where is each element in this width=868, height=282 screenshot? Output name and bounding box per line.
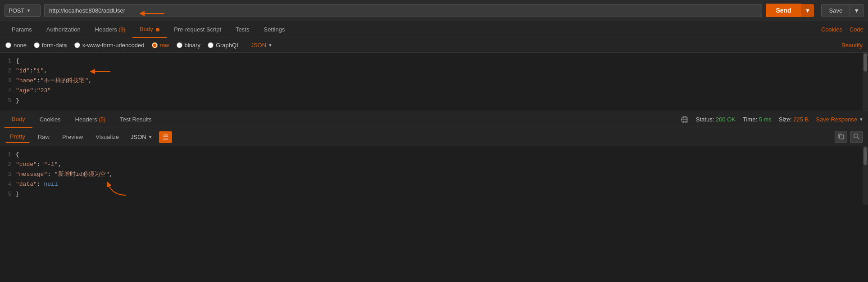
null-value: null	[44, 181, 58, 188]
response-format-select-group: JSON ▼	[131, 134, 153, 140]
radio-raw[interactable]: raw	[152, 42, 169, 49]
response-line-1: 1 {	[0, 150, 868, 160]
response-line-4: 4 "data": null	[0, 179, 868, 189]
time-value: 5 ms	[759, 116, 772, 123]
url-input[interactable]	[44, 4, 762, 17]
save-dropdown-button[interactable]: ▼	[850, 4, 863, 17]
status-label: Status: 200 OK	[696, 116, 736, 123]
save-response-button[interactable]: Save Response ▼	[816, 116, 863, 123]
format-tab-raw[interactable]: Raw	[33, 131, 54, 143]
request-tab-bar: Params Authorization Headers (9) Body Pr…	[0, 21, 868, 38]
format-tab-pretty[interactable]: Pretty	[5, 131, 30, 143]
request-scrollbar-thumb[interactable]	[863, 54, 867, 72]
request-line-2: 2 "id":"1",	[0, 66, 868, 76]
tab-authorization[interactable]: Authorization	[39, 22, 88, 37]
response-scrollbar-thumb[interactable]	[863, 147, 867, 165]
tab-tests[interactable]: Tests	[228, 22, 256, 37]
request-body-editor[interactable]: 1 { 2 "id":"1", 3 "name":"不一样的科技宅", 4 "a…	[0, 53, 868, 111]
tab-body[interactable]: Body	[132, 21, 167, 38]
svg-point-10	[854, 134, 858, 138]
svg-rect-9	[840, 135, 844, 139]
request-line-1: 1 {	[0, 56, 868, 66]
radio-urlencoded[interactable]: x-www-form-urlencoded	[74, 42, 145, 49]
response-status: Status: 200 OK Time: 5 ms Size: 225 B Sa…	[681, 116, 863, 124]
request-line-5: 5 }	[0, 96, 868, 106]
format-tab-visualize[interactable]: Visualize	[91, 131, 123, 143]
globe-icon	[681, 116, 689, 124]
json-format-group: JSON ▼	[250, 42, 273, 49]
url-bar: POST ▼ Send ▼ Save ▼	[0, 0, 868, 21]
response-tab-body[interactable]: Body	[5, 111, 32, 128]
response-body-editor: 1 { 2 "code": "-1", 3 "message": "新增时id必…	[0, 146, 868, 205]
request-line-3: 3 "name":"不一样的科技宅",	[0, 76, 868, 86]
radio-binary[interactable]: binary	[177, 42, 200, 49]
response-format-bar: Pretty Raw Preview Visualize JSON ▼ ☰	[0, 128, 868, 146]
radio-form-data[interactable]: form-data	[34, 42, 67, 49]
format-tab-preview[interactable]: Preview	[58, 131, 87, 143]
response-tab-headers[interactable]: Headers (5)	[68, 112, 113, 127]
send-dropdown-button[interactable]: ▼	[801, 4, 814, 17]
body-active-dot	[156, 28, 159, 31]
copy-icon	[838, 133, 844, 139]
size-label: Size: 225 B	[779, 116, 809, 123]
svg-line-11	[858, 138, 859, 139]
size-value: 225 B	[793, 116, 809, 123]
response-json-label: JSON	[131, 134, 146, 140]
response-tab-test-results[interactable]: Test Results	[113, 112, 159, 127]
tab-right-links: Cookies Code	[821, 26, 863, 33]
request-scrollbar[interactable]	[863, 53, 868, 111]
response-line4-arrow	[104, 182, 128, 197]
request-line-4: 4 "age":"23"	[0, 86, 868, 96]
beautify-button[interactable]: Beautify	[841, 42, 863, 49]
response-json-chevron[interactable]: ▼	[148, 134, 153, 139]
method-chevron: ▼	[26, 8, 31, 13]
time-label: Time: 5 ms	[743, 116, 772, 123]
cookies-link[interactable]: Cookies	[821, 26, 842, 33]
tab-headers[interactable]: Headers (9)	[88, 22, 132, 37]
response-headers-badge: (5)	[99, 116, 105, 123]
tab-settings[interactable]: Settings	[256, 22, 292, 37]
send-button-group: Send ▼	[766, 4, 814, 17]
status-value: 200 OK	[716, 116, 736, 123]
search-button[interactable]	[850, 131, 863, 143]
wrap-button[interactable]: ☰	[159, 131, 172, 143]
search-icon	[853, 133, 859, 139]
headers-badge: (9)	[118, 27, 125, 33]
response-line-2: 2 "code": "-1",	[0, 160, 868, 170]
response-line-3: 3 "message": "新增时id必须为空",	[0, 170, 868, 179]
response-scrollbar[interactable]	[863, 146, 868, 205]
tab-params[interactable]: Params	[5, 22, 39, 37]
method-selector[interactable]: POST ▼	[5, 4, 41, 17]
json-format-chevron[interactable]: ▼	[268, 43, 273, 48]
response-line-5: 5 }	[0, 189, 868, 199]
code-link[interactable]: Code	[850, 26, 863, 33]
response-tab-cookies[interactable]: Cookies	[32, 112, 68, 127]
save-response-chevron[interactable]: ▼	[859, 117, 863, 122]
save-button[interactable]: Save	[821, 4, 850, 17]
radio-none[interactable]: none	[5, 42, 27, 49]
json-format-label: JSON	[250, 42, 266, 49]
body-type-bar: none form-data x-www-form-urlencoded raw…	[0, 38, 868, 53]
response-tab-bar: Body Cookies Headers (5) Test Results St…	[0, 111, 868, 128]
response-actions	[835, 131, 863, 143]
method-label: POST	[9, 7, 24, 14]
tab-pre-request-script[interactable]: Pre-request Script	[167, 22, 228, 37]
send-button[interactable]: Send	[766, 4, 801, 17]
radio-graphql[interactable]: GraphQL	[208, 42, 240, 49]
line2-arrow	[90, 67, 113, 76]
save-button-group: Save ▼	[821, 4, 863, 17]
copy-button[interactable]	[835, 131, 847, 143]
